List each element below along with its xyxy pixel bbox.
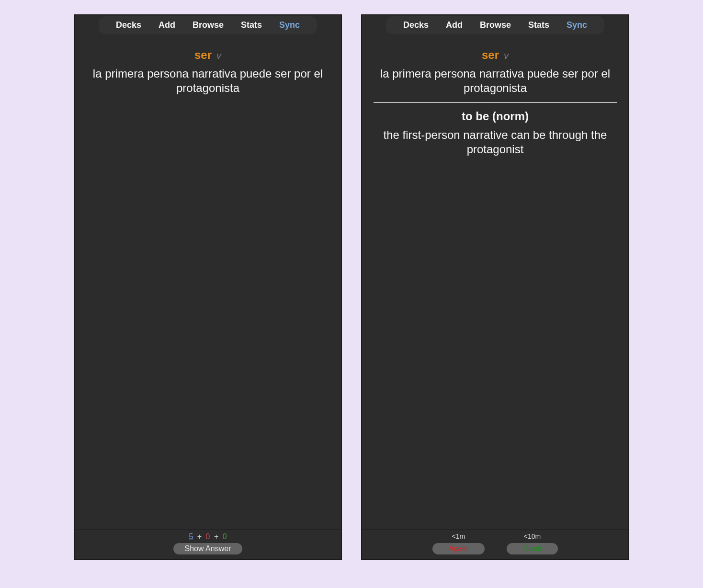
card-content: ser v la primera persona narrativa puede…	[75, 34, 341, 529]
nav-stats[interactable]: Stats	[232, 18, 271, 32]
rating-good-col: <10m Good	[503, 532, 562, 554]
show-answer-button[interactable]: Show Answer	[173, 543, 243, 554]
headword: ser	[194, 48, 212, 62]
counts: 5 + 0 + 0	[75, 532, 341, 541]
anki-window-answer: Decks Add Browse Stats Sync ser v la pri…	[361, 14, 629, 560]
again-button[interactable]: Again	[432, 543, 485, 554]
nav-sync[interactable]: Sync	[558, 18, 596, 32]
rating-row: <1m Again <10m Good	[362, 532, 628, 554]
bottom-bar: 5 + 0 + 0 Show Answer	[75, 529, 341, 559]
count-due: 0	[223, 532, 227, 541]
nav-decks[interactable]: Decks	[107, 18, 150, 32]
nav-browse[interactable]: Browse	[471, 18, 520, 32]
rating-again-col: <1m Again	[429, 532, 488, 554]
divider	[374, 102, 617, 103]
bottom-bar: <1m Again <10m Good	[362, 529, 628, 559]
count-learn: 0	[206, 532, 210, 541]
plus-icon: +	[212, 532, 220, 541]
plus-icon: +	[195, 532, 204, 541]
topbar: Decks Add Browse Stats Sync	[362, 15, 628, 34]
topbar: Decks Add Browse Stats Sync	[75, 15, 341, 34]
headword-row: ser v	[374, 48, 617, 62]
nav-decks[interactable]: Decks	[395, 18, 437, 32]
good-time: <10m	[524, 532, 541, 540]
headword: ser	[482, 48, 499, 62]
answer-head: to be (norm)	[374, 110, 617, 123]
count-new: 5	[189, 532, 193, 541]
front-sentence: la primera persona narrativa puede ser p…	[374, 67, 617, 95]
nav: Decks Add Browse Stats Sync	[99, 16, 317, 34]
card-content: ser v la primera persona narrativa puede…	[362, 34, 628, 529]
headword-row: ser v	[86, 48, 329, 62]
nav: Decks Add Browse Stats Sync	[386, 16, 604, 34]
answer-sentence: the first-person narrative can be throug…	[374, 128, 617, 157]
nav-browse[interactable]: Browse	[184, 18, 232, 32]
nav-add[interactable]: Add	[150, 18, 184, 32]
part-of-speech: v	[504, 50, 509, 61]
nav-stats[interactable]: Stats	[520, 18, 558, 32]
nav-sync[interactable]: Sync	[271, 18, 308, 32]
again-time: <1m	[452, 532, 465, 540]
nav-add[interactable]: Add	[437, 18, 471, 32]
anki-window-question: Decks Add Browse Stats Sync ser v la pri…	[74, 14, 342, 560]
front-sentence: la primera persona narrativa puede ser p…	[86, 67, 329, 95]
part-of-speech: v	[216, 50, 221, 61]
good-button[interactable]: Good	[507, 543, 558, 554]
